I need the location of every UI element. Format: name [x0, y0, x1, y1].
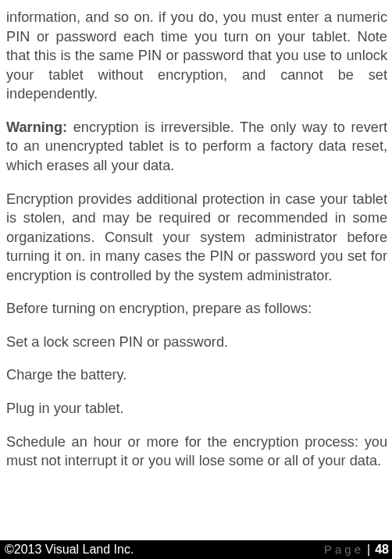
paragraph-warning: Warning: encryption is irreversible. The…	[6, 118, 387, 176]
paragraph-prepare-heading: Before turning on encryption, prepare as…	[6, 299, 387, 319]
paragraph-step-plugin: Plug in your tablet.	[6, 399, 387, 418]
document-body: information, and so on. if you do, you m…	[0, 0, 392, 471]
paragraph-protection: Encryption provides additional protectio…	[6, 190, 387, 286]
paragraph-step-battery: Charge the battery.	[6, 365, 387, 385]
page-label: Page	[324, 543, 364, 556]
page-footer: ©2013 Visual Land Inc. Page | 48	[0, 540, 392, 559]
footer-page-info: Page | 48	[324, 543, 389, 557]
footer-copyright: ©2013 Visual Land Inc.	[5, 543, 134, 557]
page-number: 48	[375, 543, 389, 557]
page-separator: |	[367, 543, 370, 557]
paragraph-intro: information, and so on. if you do, you m…	[6, 8, 387, 104]
paragraph-step-schedule: Schedule an hour or more for the encrypt…	[6, 433, 387, 471]
warning-label: Warning:	[6, 119, 67, 135]
paragraph-step-pin: Set a lock screen PIN or password.	[6, 333, 387, 352]
